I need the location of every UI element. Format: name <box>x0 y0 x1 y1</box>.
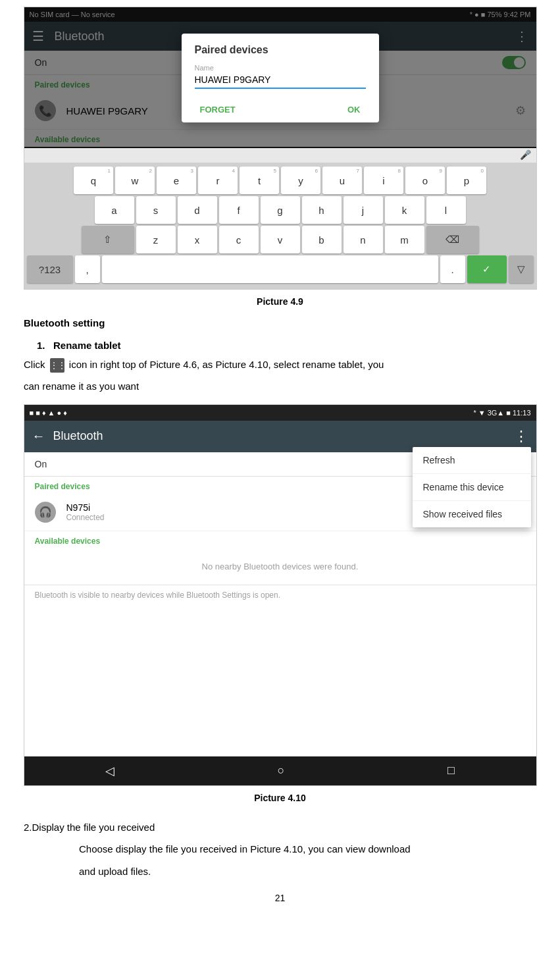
screenshot-1: No SIM card — No service * ● ■ 75% 9:42 … <box>24 7 537 290</box>
key-w[interactable]: 2w <box>115 167 155 194</box>
nav-home[interactable]: ○ <box>278 764 285 777</box>
status-left-2: ■ ■ ♦ ▲ ● ♦ <box>30 409 67 417</box>
key-p[interactable]: 0p <box>447 167 486 194</box>
key-e[interactable]: 3e <box>157 167 196 194</box>
key-i[interactable]: 8i <box>364 167 403 194</box>
caption-2: Picture 4.10 <box>0 793 560 803</box>
modal-actions: FORGET OK <box>195 97 366 117</box>
key-v[interactable]: v <box>261 226 300 253</box>
modal-title: Paired devices <box>195 44 366 56</box>
caption-1: Picture 4.9 <box>0 296 560 307</box>
key-u[interactable]: 7u <box>322 167 362 194</box>
bottom-nav: ◁ ○ □ <box>24 756 536 785</box>
key-nav[interactable]: ▽ <box>509 255 534 283</box>
key-a[interactable]: a <box>95 196 134 224</box>
body-text-1: icon in right top of Picture 4.6, as Pic… <box>69 359 384 370</box>
keyboard-top-row: 🎤 <box>24 148 536 163</box>
available-header-2: Available devices <box>24 531 536 548</box>
ok-button[interactable]: OK <box>342 102 366 117</box>
status-right-2: * ▼ 3G▲ ■ 11:13 <box>473 409 530 417</box>
keyboard: 1q 2w 3e 4r 5t 6y 7u 8i 9o 0p a s d f g … <box>24 163 536 289</box>
dropdown-refresh[interactable]: Refresh <box>413 447 531 474</box>
kb-row-3: ⇧ z x c v b n m ⌫ <box>27 226 534 253</box>
section-item-2: 2.Display the file you received <box>0 816 560 839</box>
key-f[interactable]: f <box>219 196 259 224</box>
kb-row-4: ?123 , . ✓ ▽ <box>27 255 534 283</box>
key-m[interactable]: m <box>385 226 424 253</box>
back-icon[interactable]: ← <box>32 429 45 444</box>
section2-body-1: Choose display the file you received in … <box>0 838 560 860</box>
key-space[interactable] <box>102 255 438 283</box>
key-k[interactable]: k <box>385 196 424 224</box>
dropdown-menu: Refresh Rename this device Show received… <box>413 447 531 527</box>
visibility-note: Bluetooth is visible to nearby devices w… <box>24 585 536 605</box>
app-bar-title-2: Bluetooth <box>53 429 514 443</box>
key-q[interactable]: 1q <box>74 167 113 194</box>
modal-label: Name <box>195 64 366 72</box>
key-c[interactable]: c <box>219 226 259 253</box>
device-icon-2: 🎧 <box>35 502 56 523</box>
key-s[interactable]: s <box>136 196 176 224</box>
key-shift[interactable]: ⇧ <box>82 226 134 253</box>
section2-body-2: and upload files. <box>0 860 560 883</box>
page-number: 21 <box>0 882 560 914</box>
keyboard-area: 🎤 1q 2w 3e 4r 5t 6y 7u 8i 9o 0p a s d f <box>24 148 536 289</box>
key-z[interactable]: z <box>136 226 176 253</box>
section-item-1: 1. Rename tablet <box>0 337 560 354</box>
key-backspace[interactable]: ⌫ <box>426 226 479 253</box>
key-period[interactable]: . <box>440 255 465 283</box>
key-sym[interactable]: ?123 <box>27 255 73 283</box>
key-h[interactable]: h <box>302 196 342 224</box>
dropdown-rename[interactable]: Rename this device <box>413 474 531 501</box>
key-g[interactable]: g <box>261 196 300 224</box>
key-x[interactable]: x <box>178 226 217 253</box>
click-label: Click <box>24 359 45 370</box>
key-j[interactable]: j <box>344 196 383 224</box>
status-bar-2: ■ ■ ♦ ▲ ● ♦ * ▼ 3G▲ ■ 11:13 <box>24 405 536 421</box>
section-body-2: can rename it as you want <box>0 375 560 398</box>
section-body-1: Click ⋮⋮ icon in right top of Picture 4.… <box>0 354 560 376</box>
key-o[interactable]: 9o <box>405 167 445 194</box>
mic-icon[interactable]: 🎤 <box>520 149 531 160</box>
key-d[interactable]: d <box>178 196 217 224</box>
no-devices-text: No nearby Bluetooth devices were found. <box>24 548 536 585</box>
key-y[interactable]: 6y <box>281 167 320 194</box>
section-heading: Bluetooth setting <box>0 309 560 337</box>
kb-row-1: 1q 2w 3e 4r 5t 6y 7u 8i 9o 0p <box>27 167 534 194</box>
key-n[interactable]: n <box>344 226 383 253</box>
key-comma[interactable]: , <box>75 255 100 283</box>
nav-recent[interactable]: □ <box>447 764 455 777</box>
key-b[interactable]: b <box>302 226 342 253</box>
more-icon-2[interactable]: ⋮ <box>514 428 528 445</box>
available-section-2: Available devices No nearby Bluetooth de… <box>24 531 536 585</box>
nav-back[interactable]: ◁ <box>105 764 115 778</box>
kb-row-2: a s d f g h j k l <box>27 196 534 224</box>
dropdown-files[interactable]: Show received files <box>413 501 531 527</box>
key-r[interactable]: 4r <box>198 167 238 194</box>
modal-input[interactable]: HUAWEI P9GARY <box>195 74 366 89</box>
screenshot-2: ■ ■ ♦ ▲ ● ♦ * ▼ 3G▲ ■ 11:13 ← Bluetooth … <box>24 404 537 786</box>
key-t[interactable]: 5t <box>240 167 279 194</box>
modal-dialog: Paired devices Name HUAWEI P9GARY FORGET… <box>182 34 379 122</box>
key-enter[interactable]: ✓ <box>467 255 507 283</box>
forget-button[interactable]: FORGET <box>195 102 241 117</box>
inline-icon: ⋮⋮ <box>50 358 64 373</box>
key-l[interactable]: l <box>426 196 466 224</box>
